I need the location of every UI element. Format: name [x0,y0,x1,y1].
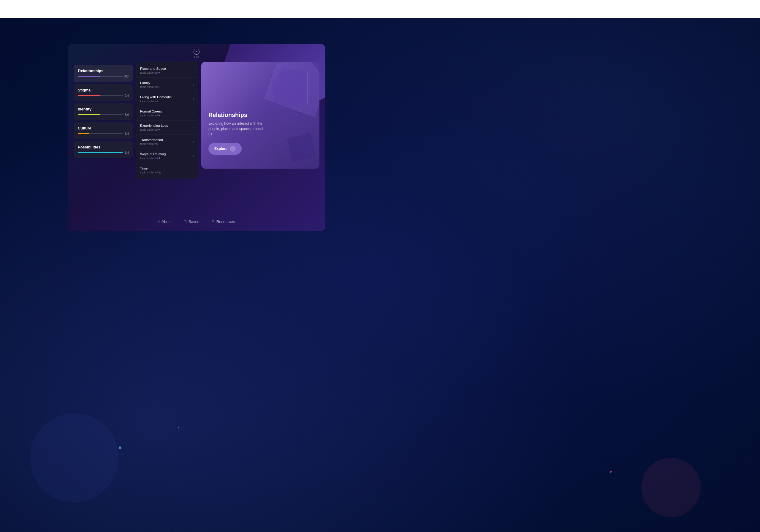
topic-left: Familytopic explored 0 [140,81,160,88]
bg-deco-3 [119,447,121,449]
topic-item-family[interactable]: Familytopic explored 0› [136,78,198,92]
topic-status-dot [159,115,160,116]
detail-content: Relationships Exploring how we interact … [209,112,312,155]
detail-title: Relationships [209,112,312,119]
topic-status-dot [159,157,160,159]
topic-chevron-icon: › [193,126,194,129]
esc-label: esc [194,55,199,58]
progress-bar-bg [78,152,123,153]
topic-chevron-icon: › [193,83,194,86]
topic-name: Ways of Relating [140,152,166,156]
progress-label: 3/6 [125,113,129,117]
topic-explored-text: topic explored [140,99,158,103]
topic-name: Family [140,81,160,85]
topic-item-place-and-space[interactable]: Place and Spacetopic explored› [136,64,198,78]
topic-item-transformation[interactable]: Transformationtopic explored› [136,135,198,149]
progress-bar-bg [78,95,123,96]
topic-chevron-icon: › [193,69,194,72]
topic-chevron-icon: › [193,140,194,143]
topic-sub: topic explored ◎ [140,171,161,174]
bottom-nav: ℹAbout⊡Saved⊞Resources [68,219,325,224]
resources-icon: ⊞ [212,219,214,224]
bg-deco-4 [610,471,612,473]
nav-item-about[interactable]: ℹAbout [158,219,171,224]
category-name: Possibilities [78,145,129,149]
topic-status-dot [159,129,160,130]
close-icon[interactable]: × [194,49,200,55]
topic-explored-text: topic explored [140,128,158,131]
category-item-culture[interactable]: Culture1/4 [73,122,133,139]
category-item-possibilities[interactable]: Possibilities1/4 [73,141,133,158]
topic-item-experiencing-loss[interactable]: Experiencing Losstopic explored› [136,121,198,135]
close-button[interactable]: × esc [194,49,200,58]
progress-bar-bg [78,114,123,115]
category-name: Relationships [78,69,128,73]
topic-item-ways-of-relating[interactable]: Ways of Relatingtopic explored› [136,149,198,163]
detail-panel: Relationships Exploring how we interact … [201,62,319,169]
category-name: Identity [78,107,129,111]
bg-deco-1 [30,413,119,502]
topic-chevron-icon: › [193,97,194,101]
panels-container: Relationships4/8Stigma2/4Identity3/6Cult… [68,62,325,207]
topic-left: Timetopic explored ◎ [140,167,161,174]
topic-chevron-icon: › [193,154,194,158]
topic-name: Experiencing Loss [140,124,168,127]
topic-explored-text: topic explored [140,171,158,174]
topic-explored-text: topic explored [140,71,158,74]
progress-label: 1/4 [125,132,129,135]
topic-left: Ways of Relatingtopic explored [140,152,166,160]
topic-explored-text: topic explored [140,142,158,145]
nav-item-resources[interactable]: ⊞Resources [212,219,235,224]
bg-deco-5 [178,427,179,428]
topic-left: Formal Carerstopic explored [140,110,162,117]
topic-item-living-with-dementia[interactable]: Living with Dementiatopic explored …› [136,92,198,106]
left-panel: Relationships4/8Stigma2/4Identity3/6Cult… [73,62,133,158]
topic-name: Formal Carers [140,110,162,113]
progress-bar-fill [78,152,123,153]
nav-label-resources: Resources [216,219,235,224]
top-bar [0,0,760,18]
detail-description: Exploring how we interact with the peopl… [209,121,268,137]
explore-arrow-icon: → [230,146,236,152]
topic-item-formal-carers[interactable]: Formal Carerstopic explored› [136,106,198,121]
progress-bar-fill [78,114,100,115]
topic-sub: topic explored [140,114,162,117]
topic-sub: topic explored [140,128,168,131]
topic-sub: topic explored [140,157,166,160]
category-name: Culture [78,126,129,130]
topic-chevron-icon: › [193,169,194,172]
topic-extra-label: ◎ [159,171,161,174]
topic-extra-label: … [159,99,162,103]
progress-bar-fill [78,76,100,77]
saved-icon: ⊡ [183,219,187,224]
app-window: × esc Relationships4/8Stigma2/4Identity3… [68,44,325,231]
topic-explored-text: topic explored [140,157,158,160]
topic-name: Place and Space [140,67,166,71]
topic-chevron-icon: › [193,112,194,115]
topic-sub: topic explored … [140,99,171,103]
explore-button[interactable]: Explore → [209,143,242,155]
topic-left: Transformationtopic explored [140,138,163,145]
progress-label: 1/4 [125,151,129,154]
topic-status-dot [159,72,160,73]
topic-explored-text: topic explored [140,114,158,117]
progress-label: 4/8 [124,75,128,78]
topic-name: Time [140,167,161,170]
topic-extra-label: 0 [159,85,160,88]
bg-deco-2 [641,458,701,517]
category-name: Stigma [78,88,129,92]
progress-bar-fill [78,95,100,96]
progress-label: 2/4 [125,94,129,97]
progress-bar-bg [78,76,122,77]
category-item-relationships[interactable]: Relationships4/8 [73,65,133,82]
category-item-identity[interactable]: Identity3/6 [73,103,133,120]
topic-sub: topic explored [140,71,166,74]
category-item-stigma[interactable]: Stigma2/4 [73,84,133,101]
middle-panel: Place and Spacetopic explored›Familytopi… [136,62,198,179]
topic-left: Place and Spacetopic explored [140,67,166,74]
progress-bar-fill [78,133,89,134]
about-icon: ℹ [158,219,160,224]
topic-sub: topic explored 0 [140,85,160,88]
nav-item-saved[interactable]: ⊡Saved [183,219,200,224]
topic-item-time[interactable]: Timetopic explored ◎› [136,163,198,177]
